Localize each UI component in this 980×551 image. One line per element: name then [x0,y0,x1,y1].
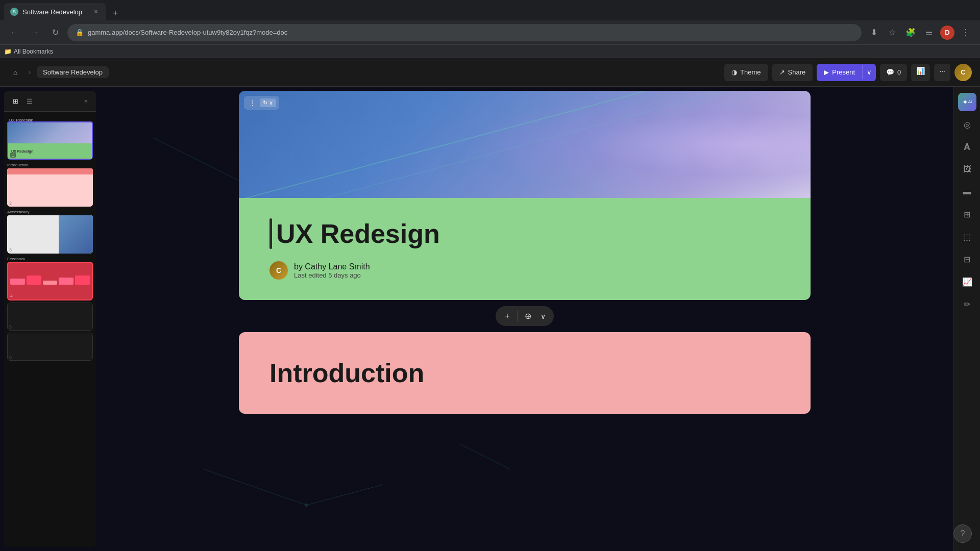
shapes-icon: ◎ [964,120,971,130]
present-label: Present [832,68,855,76]
slide-6-thumbnail: 6 [7,333,93,361]
sidebar-toggle-icon[interactable]: ⚌ [921,24,937,41]
theme-button[interactable]: ◑ Theme [724,64,768,81]
tab-favicon: S [10,8,18,16]
text-tool-button[interactable]: A [958,138,976,156]
nav-right-buttons: ⬇ ☆ 🧩 ⚌ D ⋮ [866,24,974,41]
toolbar-chevron: ∨ [541,312,546,320]
comment-button[interactable]: 💬 0 [880,64,907,81]
bar-1 [10,279,25,285]
ai-tool-button[interactable]: ✦ AI [958,93,976,111]
bottom-toolbar: + ⊕ ∨ [106,300,943,332]
bookmarks-bar: 📁 All Bookmarks [0,45,980,58]
comment-count: 0 [897,68,901,76]
slides-list: UX Redesign UX Redesign 1 Introduction [4,112,96,547]
theme-icon: ◑ [731,68,737,76]
share-label: Share [788,68,806,76]
more-button[interactable]: ··· [934,64,950,81]
media-icon: ⬚ [963,232,971,242]
forward-button[interactable]: → [27,24,43,41]
dropdown-chevron: ∨ [269,99,273,106]
slide-title-bar [270,218,272,249]
slide-menu-button[interactable]: ⋮ [247,98,258,108]
extension-icon[interactable]: 🧩 [902,24,919,41]
slide-2-thumbnail: 2 [7,168,93,207]
back-button[interactable]: ← [6,24,22,41]
slide-4-thumb-bars [10,265,90,285]
image-icon: 🖼 [963,165,971,174]
card-tool-button[interactable]: ▬ [958,183,976,201]
layout-tool-button[interactable]: ⊞ [958,205,976,223]
draw-tool-button[interactable]: ✏ [958,295,976,313]
shapes-tool-button[interactable]: ◎ [958,115,976,134]
slide-bottom-section: UX Redesign C by Cathy Lane Smith Last e… [239,198,811,300]
menu-icon[interactable]: ⋮ [958,24,974,41]
slide-item-2[interactable]: Introduction 2 [7,162,93,207]
slide-item-3[interactable]: Accessibility 3 [7,209,93,254]
download-icon[interactable]: ⬇ [866,24,882,41]
slide-top-section [239,91,811,198]
slide-toolbar: ⋮ ↻ ∨ [244,96,279,110]
analytics-button[interactable]: 📊 [911,64,930,81]
present-button[interactable]: ▶ Present ∨ [817,64,876,81]
reload-button[interactable]: ↻ [47,24,63,41]
table-tool-button[interactable]: ⊟ [958,250,976,268]
slide-6-number: 6 [9,355,12,360]
chart-tool-button[interactable]: 📈 [958,272,976,291]
bar-5 [75,276,90,285]
bookmarks-label: All Bookmarks [14,48,53,55]
slide-title: UX Redesign [270,218,780,249]
user-avatar[interactable]: C [954,64,972,81]
table-icon: ⊟ [964,255,970,264]
slide-2-number: 2 [9,201,12,206]
slide-item-6[interactable]: 6 [7,333,93,361]
card-icon: ▬ [963,187,971,196]
new-tab-button[interactable]: + [108,6,122,20]
theme-label: Theme [740,68,761,76]
tab-close-button[interactable]: × [92,8,100,16]
text-icon: A [964,142,970,153]
help-button[interactable]: ? [953,524,972,543]
breadcrumb-separator: › [29,69,31,76]
grid-view-button[interactable]: ⊞ [9,95,21,107]
move-button[interactable]: ⊕ [520,308,536,324]
bookmark-star-icon[interactable]: ☆ [884,24,900,41]
slide-4-thumbnail: 4 [7,262,93,300]
bookmarks-folder-icon: 📁 [4,48,12,55]
slide-4-label: Feedback [7,256,93,262]
present-main[interactable]: ▶ Present [817,65,862,79]
slide-item-4[interactable]: Feedback 4 [7,256,93,300]
right-sidebar: ✦ AI ◎ A 🖼 ▬ ⊞ ⬚ [953,87,980,551]
slide-3-label: Accessibility [7,209,93,215]
active-tab[interactable]: S Software Redevelop × [4,3,106,20]
profile-icon[interactable]: D [939,24,955,41]
slide-5-number: 5 [9,324,12,330]
share-icon: ↗ [779,68,785,76]
slide-author: C by Cathy Lane Smith Last edited 5 days… [270,261,780,280]
breadcrumb-title[interactable]: Software Redevelop [37,66,109,78]
home-button[interactable]: ⌂ [8,65,22,80]
toolbar-separator [517,311,518,321]
media-tool-button[interactable]: ⬚ [958,228,976,246]
slide-item-5[interactable]: 5 [7,303,93,331]
slide-rotate-dropdown[interactable]: ↻ ∨ [260,98,276,107]
toolbar-dropdown[interactable]: ∨ [536,309,550,323]
address-bar[interactable]: 🔒 gamma.app/docs/Software-Redevelop-utuw… [67,24,862,41]
bottom-toolbar-inner: + ⊕ ∨ [496,306,553,326]
slide-1-thumbnail: UX Redesign 1 [7,121,93,160]
comment-icon: 💬 [886,68,894,76]
share-button[interactable]: ↗ Share [772,64,813,81]
slide-2-thumb-header [7,168,93,174]
url-text: gamma.app/docs/Software-Redevelop-utuw9t… [88,29,287,36]
slide-3-thumb-left [7,215,59,254]
image-tool-button[interactable]: 🖼 [958,160,976,179]
slide-4-number: 4 [10,293,13,298]
panel-close-button[interactable]: × [81,96,91,106]
add-card-button[interactable]: + [500,309,514,324]
avatar-letter: C [954,64,972,81]
layout-icon: ⊞ [964,210,970,219]
present-dropdown[interactable]: ∨ [862,65,876,79]
list-view-button[interactable]: ☰ [23,95,36,107]
content-area: ⋮ ↻ ∨ [96,87,953,551]
slide-item-1[interactable]: UX Redesign UX Redesign 1 [7,115,93,160]
